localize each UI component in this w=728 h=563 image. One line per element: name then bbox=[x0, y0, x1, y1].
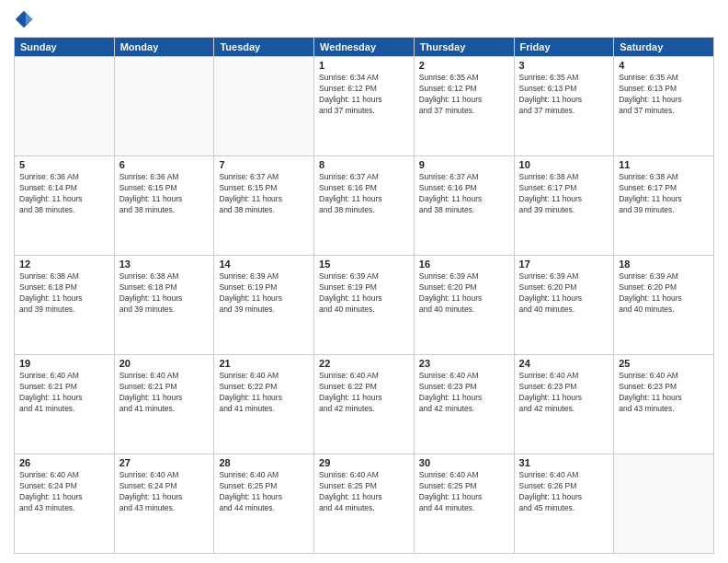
day-number: 14 bbox=[219, 259, 309, 270]
day-info: Sunrise: 6:40 AM Sunset: 6:25 PM Dayligh… bbox=[319, 470, 409, 514]
day-number: 16 bbox=[419, 259, 509, 270]
day-info: Sunrise: 6:40 AM Sunset: 6:23 PM Dayligh… bbox=[619, 371, 709, 415]
day-info: Sunrise: 6:40 AM Sunset: 6:25 PM Dayligh… bbox=[219, 470, 309, 514]
day-number: 7 bbox=[219, 159, 309, 170]
day-number: 25 bbox=[619, 358, 709, 369]
day-info: Sunrise: 6:39 AM Sunset: 6:19 PM Dayligh… bbox=[319, 271, 409, 316]
day-info: Sunrise: 6:38 AM Sunset: 6:17 PM Dayligh… bbox=[519, 172, 609, 216]
calendar-cell: 22Sunrise: 6:40 AM Sunset: 6:22 PM Dayli… bbox=[314, 355, 415, 454]
calendar-cell: 10Sunrise: 6:38 AM Sunset: 6:17 PM Dayli… bbox=[514, 156, 614, 256]
day-info: Sunrise: 6:40 AM Sunset: 6:24 PM Dayligh… bbox=[119, 470, 210, 514]
day-number: 20 bbox=[119, 358, 210, 369]
day-info: Sunrise: 6:40 AM Sunset: 6:25 PM Dayligh… bbox=[419, 470, 509, 514]
day-number: 8 bbox=[319, 159, 409, 170]
weekday-header-monday: Monday bbox=[114, 38, 214, 57]
calendar-cell bbox=[214, 57, 314, 156]
calendar-cell: 6Sunrise: 6:36 AM Sunset: 6:15 PM Daylig… bbox=[114, 156, 214, 256]
day-number: 17 bbox=[519, 259, 609, 270]
calendar-cell: 12Sunrise: 6:38 AM Sunset: 6:18 PM Dayli… bbox=[15, 256, 115, 355]
calendar-cell: 27Sunrise: 6:40 AM Sunset: 6:24 PM Dayli… bbox=[114, 454, 214, 554]
day-info: Sunrise: 6:36 AM Sunset: 6:15 PM Dayligh… bbox=[119, 172, 210, 216]
calendar-week-4: 26Sunrise: 6:40 AM Sunset: 6:24 PM Dayli… bbox=[15, 454, 714, 554]
calendar-cell: 17Sunrise: 6:39 AM Sunset: 6:20 PM Dayli… bbox=[514, 256, 614, 355]
calendar-cell: 7Sunrise: 6:37 AM Sunset: 6:15 PM Daylig… bbox=[214, 156, 314, 256]
calendar-cell: 31Sunrise: 6:40 AM Sunset: 6:26 PM Dayli… bbox=[514, 454, 614, 554]
weekday-header-saturday: Saturday bbox=[614, 38, 714, 57]
day-number: 21 bbox=[219, 358, 309, 369]
calendar-cell: 20Sunrise: 6:40 AM Sunset: 6:21 PM Dayli… bbox=[114, 355, 214, 454]
day-info: Sunrise: 6:37 AM Sunset: 6:16 PM Dayligh… bbox=[419, 172, 509, 216]
day-info: Sunrise: 6:37 AM Sunset: 6:15 PM Dayligh… bbox=[219, 172, 309, 216]
day-info: Sunrise: 6:40 AM Sunset: 6:21 PM Dayligh… bbox=[119, 371, 210, 415]
day-info: Sunrise: 6:40 AM Sunset: 6:21 PM Dayligh… bbox=[19, 371, 109, 415]
day-info: Sunrise: 6:38 AM Sunset: 6:17 PM Dayligh… bbox=[619, 172, 709, 216]
day-number: 27 bbox=[119, 457, 210, 468]
day-number: 5 bbox=[19, 159, 109, 170]
weekday-header-thursday: Thursday bbox=[414, 38, 514, 57]
day-info: Sunrise: 6:35 AM Sunset: 6:13 PM Dayligh… bbox=[519, 73, 609, 117]
day-number: 19 bbox=[19, 358, 109, 369]
day-number: 4 bbox=[619, 60, 709, 71]
calendar-cell: 8Sunrise: 6:37 AM Sunset: 6:16 PM Daylig… bbox=[314, 156, 415, 256]
calendar-week-3: 19Sunrise: 6:40 AM Sunset: 6:21 PM Dayli… bbox=[15, 355, 714, 454]
svg-marker-1 bbox=[26, 13, 32, 27]
calendar-cell: 23Sunrise: 6:40 AM Sunset: 6:23 PM Dayli… bbox=[414, 355, 514, 454]
day-number: 30 bbox=[419, 457, 509, 468]
calendar-cell: 14Sunrise: 6:39 AM Sunset: 6:19 PM Dayli… bbox=[214, 256, 314, 355]
calendar-week-2: 12Sunrise: 6:38 AM Sunset: 6:18 PM Dayli… bbox=[15, 256, 714, 355]
day-info: Sunrise: 6:40 AM Sunset: 6:24 PM Dayligh… bbox=[19, 470, 109, 514]
day-number: 2 bbox=[419, 60, 509, 71]
weekday-header-friday: Friday bbox=[514, 38, 614, 57]
day-info: Sunrise: 6:36 AM Sunset: 6:14 PM Dayligh… bbox=[19, 172, 109, 216]
day-number: 31 bbox=[519, 457, 609, 468]
calendar-cell: 24Sunrise: 6:40 AM Sunset: 6:23 PM Dayli… bbox=[514, 355, 614, 454]
calendar-week-0: 1Sunrise: 6:34 AM Sunset: 6:12 PM Daylig… bbox=[15, 57, 714, 156]
day-info: Sunrise: 6:39 AM Sunset: 6:20 PM Dayligh… bbox=[519, 271, 609, 316]
calendar-cell: 1Sunrise: 6:34 AM Sunset: 6:12 PM Daylig… bbox=[314, 57, 415, 156]
day-number: 29 bbox=[319, 457, 409, 468]
day-number: 24 bbox=[519, 358, 609, 369]
calendar-cell: 13Sunrise: 6:38 AM Sunset: 6:18 PM Dayli… bbox=[114, 256, 214, 355]
calendar-cell: 28Sunrise: 6:40 AM Sunset: 6:25 PM Dayli… bbox=[214, 454, 314, 554]
logo-icon bbox=[14, 9, 34, 29]
day-number: 28 bbox=[219, 457, 309, 468]
day-info: Sunrise: 6:39 AM Sunset: 6:20 PM Dayligh… bbox=[419, 271, 509, 316]
calendar-week-1: 5Sunrise: 6:36 AM Sunset: 6:14 PM Daylig… bbox=[15, 156, 714, 256]
logo bbox=[14, 9, 36, 29]
calendar-cell: 21Sunrise: 6:40 AM Sunset: 6:22 PM Dayli… bbox=[214, 355, 314, 454]
calendar-cell: 5Sunrise: 6:36 AM Sunset: 6:14 PM Daylig… bbox=[15, 156, 115, 256]
calendar-table: SundayMondayTuesdayWednesdayThursdayFrid… bbox=[14, 37, 714, 554]
day-number: 22 bbox=[319, 358, 409, 369]
day-number: 11 bbox=[619, 159, 709, 170]
day-number: 10 bbox=[519, 159, 609, 170]
day-info: Sunrise: 6:39 AM Sunset: 6:19 PM Dayligh… bbox=[219, 271, 309, 316]
calendar-cell: 4Sunrise: 6:35 AM Sunset: 6:13 PM Daylig… bbox=[614, 57, 714, 156]
day-info: Sunrise: 6:40 AM Sunset: 6:23 PM Dayligh… bbox=[419, 371, 509, 415]
day-number: 6 bbox=[119, 159, 210, 170]
day-info: Sunrise: 6:40 AM Sunset: 6:22 PM Dayligh… bbox=[219, 371, 309, 415]
calendar-cell: 26Sunrise: 6:40 AM Sunset: 6:24 PM Dayli… bbox=[15, 454, 115, 554]
day-info: Sunrise: 6:34 AM Sunset: 6:12 PM Dayligh… bbox=[319, 73, 409, 117]
day-number: 26 bbox=[19, 457, 109, 468]
weekday-header-row: SundayMondayTuesdayWednesdayThursdayFrid… bbox=[15, 38, 714, 57]
day-number: 3 bbox=[519, 60, 609, 71]
calendar-cell bbox=[114, 57, 214, 156]
day-info: Sunrise: 6:39 AM Sunset: 6:20 PM Dayligh… bbox=[619, 271, 709, 316]
day-info: Sunrise: 6:38 AM Sunset: 6:18 PM Dayligh… bbox=[119, 271, 210, 316]
day-info: Sunrise: 6:35 AM Sunset: 6:13 PM Dayligh… bbox=[619, 73, 709, 117]
day-number: 18 bbox=[619, 259, 709, 270]
day-number: 13 bbox=[119, 259, 210, 270]
day-number: 1 bbox=[319, 60, 409, 71]
calendar-cell: 18Sunrise: 6:39 AM Sunset: 6:20 PM Dayli… bbox=[614, 256, 714, 355]
day-info: Sunrise: 6:38 AM Sunset: 6:18 PM Dayligh… bbox=[19, 271, 109, 316]
calendar-cell: 19Sunrise: 6:40 AM Sunset: 6:21 PM Dayli… bbox=[15, 355, 115, 454]
calendar-cell bbox=[614, 454, 714, 554]
calendar-cell: 15Sunrise: 6:39 AM Sunset: 6:19 PM Dayli… bbox=[314, 256, 415, 355]
calendar-cell: 30Sunrise: 6:40 AM Sunset: 6:25 PM Dayli… bbox=[414, 454, 514, 554]
calendar-cell: 2Sunrise: 6:35 AM Sunset: 6:12 PM Daylig… bbox=[414, 57, 514, 156]
weekday-header-wednesday: Wednesday bbox=[314, 38, 415, 57]
header bbox=[14, 9, 714, 29]
weekday-header-sunday: Sunday bbox=[15, 38, 115, 57]
calendar-cell bbox=[15, 57, 115, 156]
calendar-cell: 29Sunrise: 6:40 AM Sunset: 6:25 PM Dayli… bbox=[314, 454, 415, 554]
